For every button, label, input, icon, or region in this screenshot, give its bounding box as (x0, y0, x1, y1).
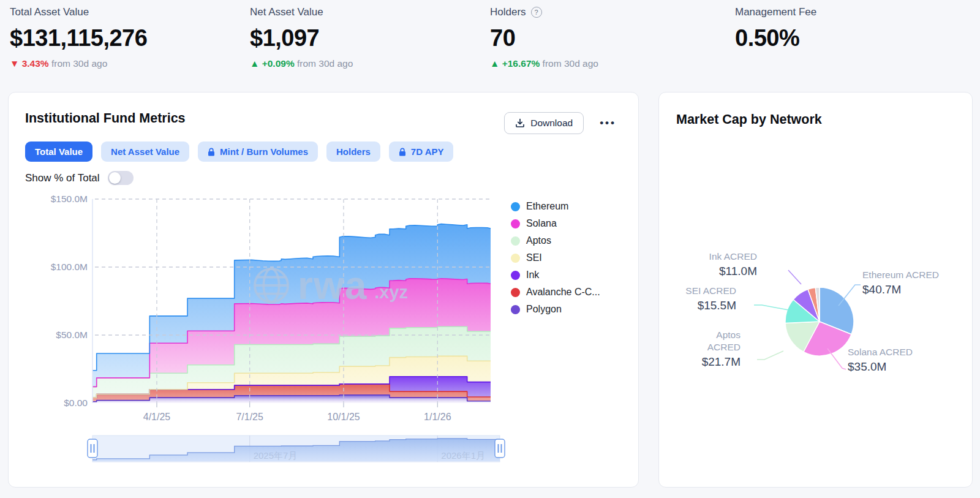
pie-leader-line (754, 305, 788, 310)
tab-net-asset-value[interactable]: Net Asset Value (101, 141, 189, 162)
x-axis-label: 7/1/25 (236, 412, 263, 422)
legend-item-solana[interactable]: Solana (511, 218, 600, 229)
stat-management-fee: Management Fee0.50% (735, 6, 816, 51)
legend-dot-icon (511, 219, 520, 228)
stat-delta: ▲ +16.67% from 30d ago (490, 58, 598, 69)
y-axis-label: $50.0M (56, 330, 88, 340)
stat-value: 0.50% (735, 25, 816, 51)
lock-icon (208, 148, 215, 156)
stat-label: Net Asset Value (250, 6, 323, 18)
stat-total-asset-value: Total Asset Value$131,115,276▼ 3.43% fro… (10, 6, 147, 69)
legend-dot-icon (511, 202, 520, 211)
tab-holders[interactable]: Holders (326, 141, 380, 162)
pie-card-title: Market Cap by Network (676, 112, 822, 127)
legend-dot-icon (511, 236, 520, 246)
pie-leader-line (788, 270, 801, 284)
legend-dot-icon (511, 288, 520, 297)
metric-tabs: Total ValueNet Asset ValueMint / Burn Vo… (25, 141, 453, 162)
legend-item-sei[interactable]: SEI (511, 252, 600, 263)
y-axis-label: $100.0M (51, 262, 88, 272)
chart-legend: EthereumSolanaAptosSEIInkAvalanche C-C..… (511, 201, 600, 321)
legend-item-ethereum[interactable]: Ethereum (511, 201, 600, 212)
stat-delta: ▼ 3.43% from 30d ago (10, 58, 147, 69)
tab-total-value[interactable]: Total Value (25, 141, 92, 162)
stat-label: Management Fee (735, 6, 816, 18)
triangle-up-icon: ▲ (490, 58, 502, 69)
pie-label-sei-acred: SEI ACRED$15.5M (685, 285, 736, 314)
legend-dot-icon (511, 254, 520, 263)
show-pct-toggle[interactable] (108, 171, 134, 185)
x-axis-label: 10/1/25 (327, 412, 360, 422)
stat-value: 70 (490, 25, 598, 51)
y-axis-label: $0.00 (64, 398, 88, 408)
tab-mint-burn-volumes[interactable]: Mint / Burn Volumes (198, 141, 318, 162)
fund-metrics-card: Institutional Fund Metrics Download ••• … (8, 92, 639, 488)
fund-card-title: Institutional Fund Metrics (25, 111, 186, 126)
legend-item-polygon[interactable]: Polygon (511, 304, 600, 315)
time-range-brush[interactable]: 2025年7月2026年1月 (9, 426, 639, 469)
y-axis-label: $150.0M (51, 194, 88, 204)
stat-label: Total Asset Value (10, 6, 89, 18)
stat-value: $1,097 (250, 25, 353, 51)
legend-item-avalanche-c-c[interactable]: Avalanche C-C... (511, 287, 600, 298)
tab-7d-apy[interactable]: 7D APY (389, 141, 454, 162)
help-icon[interactable]: ? (531, 7, 542, 18)
stat-delta: ▲ +0.09% from 30d ago (250, 58, 353, 69)
brush-handle-left[interactable] (88, 439, 97, 458)
download-icon (515, 118, 525, 128)
pie-label-solana-acred: Solana ACRED$35.0M (848, 346, 913, 375)
legend-item-ink[interactable]: Ink (511, 270, 600, 281)
pie-leader-line (757, 351, 783, 360)
stat-label: Holders (490, 6, 526, 18)
x-axis-label: 1/1/26 (424, 412, 451, 422)
show-pct-row: Show % of Total (25, 171, 134, 185)
show-pct-label: Show % of Total (25, 172, 100, 184)
pie-label-aptos-acred: Aptos ACRED$21.7M (701, 329, 741, 370)
toggle-knob (109, 172, 121, 184)
stat-value: $131,115,276 (10, 25, 147, 51)
more-options-button[interactable]: ••• (600, 117, 616, 129)
legend-dot-icon (511, 271, 520, 280)
lock-icon (399, 148, 406, 156)
x-axis-label: 4/1/25 (143, 412, 171, 422)
pie-label-ink-acred: Ink ACRED$11.0M (709, 251, 757, 279)
triangle-down-icon: ▼ (10, 58, 22, 69)
market-cap-card: Market Cap by Network Ethereum ACRED$40.… (658, 92, 973, 488)
legend-item-aptos[interactable]: Aptos (511, 235, 600, 246)
triangle-up-icon: ▲ (250, 58, 262, 69)
fund-card-actions: Download ••• (504, 112, 616, 134)
stat-net-asset-value: Net Asset Value$1,097▲ +0.09% from 30d a… (250, 6, 353, 69)
stat-holders: Holders?70▲ +16.67% from 30d ago (490, 6, 598, 69)
download-button[interactable]: Download (504, 112, 584, 134)
pie-label-ethereum-acred: Ethereum ACRED$40.7M (862, 269, 939, 298)
dashboard-page: Total Asset Value$131,115,276▼ 3.43% fro… (0, 0, 980, 498)
brush-handle-right[interactable] (495, 439, 505, 458)
legend-dot-icon (511, 305, 520, 314)
